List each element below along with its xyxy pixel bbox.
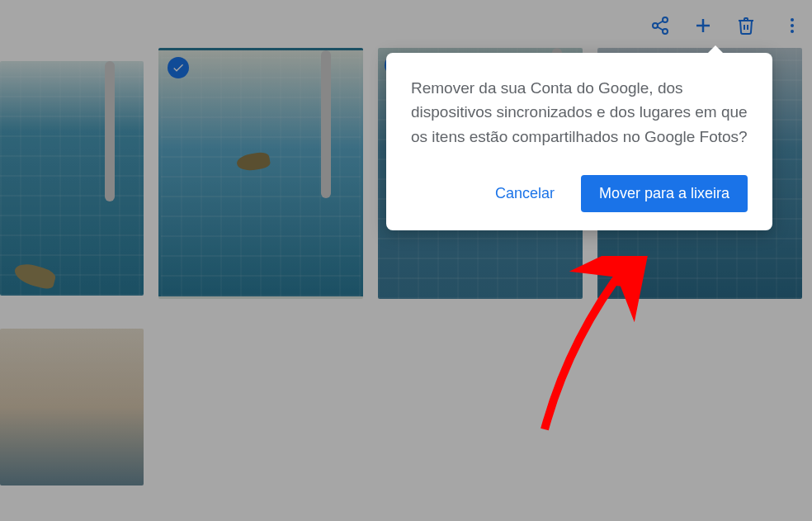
dialog-pointer (706, 45, 725, 54)
dialog-actions: Cancelar Mover para a lixeira (411, 175, 748, 212)
dialog-message: Remover da sua Conta do Google, dos disp… (411, 76, 748, 149)
confirm-delete-dialog: Remover da sua Conta do Google, dos disp… (386, 53, 772, 230)
cancel-button[interactable]: Cancelar (485, 177, 564, 211)
move-to-trash-button[interactable]: Mover para a lixeira (581, 175, 748, 212)
